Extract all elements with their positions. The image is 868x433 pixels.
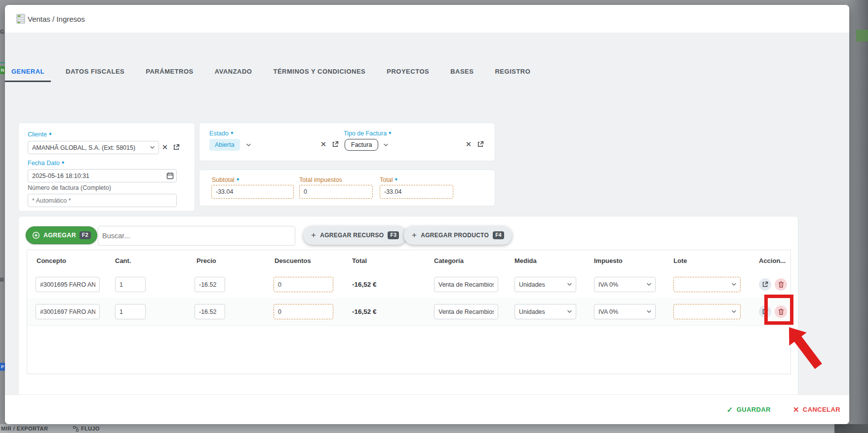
chevron-down-icon — [567, 310, 572, 313]
background-badge-p: P — [0, 363, 5, 371]
tab-bases[interactable]: BASES — [444, 60, 480, 82]
background-letter: R — [0, 277, 4, 283]
tab-proyectos[interactable]: PROYECTOS — [380, 60, 435, 82]
col-medida: Medida — [514, 250, 537, 271]
cliente-clear-icon[interactable]: ✕ — [160, 143, 169, 152]
background-dashed-line — [0, 62, 5, 63]
tab-avanzado[interactable]: AVANZADO — [208, 60, 259, 82]
trash-icon — [778, 281, 784, 288]
agregar-producto-button[interactable]: + AGREGAR PRODUCTO F4 — [404, 226, 512, 245]
fecha-dato-input[interactable] — [28, 169, 177, 182]
card-cliente: Cliente• AMANHÃ GLOBAL, S.A. (Ext: 58015… — [18, 123, 195, 212]
row-delete-button[interactable] — [775, 278, 787, 291]
precio-input[interactable] — [195, 304, 225, 319]
background-page-left-edge: G N R P — [0, 0, 5, 433]
modal-body: GENERAL DATOS FISCALES PARÁMETROS AVANZA… — [5, 33, 849, 394]
impuesto-value: IVA 0% — [598, 308, 618, 315]
impuesto-select[interactable]: IVA 0% — [594, 304, 656, 319]
tipo-factura-open-icon[interactable] — [476, 140, 485, 149]
agregar-key-badge: F2 — [79, 231, 91, 239]
cancelar-button[interactable]: ✕ CANCELAR — [793, 405, 840, 414]
tab-terminos-y-condiciones[interactable]: TÉRMINOS Y CONDICIONES — [267, 60, 372, 82]
col-lote: Lote — [673, 250, 687, 271]
medida-value: Unidades — [519, 281, 545, 288]
tab-registro[interactable]: REGISTRO — [488, 60, 537, 82]
medida-select[interactable]: Unidades — [514, 277, 576, 292]
cliente-value: AMANHÃ GLOBAL, S.A. (Ext: 58015) — [32, 144, 135, 151]
total-cell: -16,52 € — [352, 271, 377, 298]
external-link-icon — [332, 141, 339, 148]
medida-select[interactable]: Unidades — [514, 304, 576, 319]
plus-icon: + — [311, 230, 316, 240]
buscar-input[interactable] — [98, 226, 295, 246]
tipo-factura-clear-icon[interactable]: ✕ — [464, 140, 473, 149]
subtotal-label: Subtotal• — [212, 175, 239, 184]
estado-value: Abierta — [209, 139, 240, 151]
chevron-down-icon — [150, 146, 155, 149]
external-link-icon — [477, 141, 484, 148]
tipo-factura-label: Tipo de Factura• — [344, 129, 392, 137]
card-estado-tipo: Estado• Abierta ✕ Tipo de Factura• Factu… — [199, 123, 495, 161]
agregar-label: AGREGAR — [43, 232, 76, 239]
impuesto-value: IVA 0% — [598, 281, 618, 288]
numero-factura-label: Número de factura (Completo) — [28, 184, 111, 191]
lote-select[interactable] — [673, 277, 741, 292]
flow-icon — [73, 426, 79, 432]
descuentos-input[interactable] — [274, 277, 333, 292]
calendar-icon[interactable] — [165, 171, 174, 180]
categoria-input[interactable] — [434, 277, 498, 292]
ventas-ingresos-modal: Ventas / Ingresos GENERAL DATOS FISCALES… — [5, 5, 849, 424]
impuesto-select[interactable]: IVA 0% — [594, 277, 656, 292]
col-impuesto: Impuesto — [594, 250, 623, 271]
tab-datos-fiscales[interactable]: DATOS FISCALES — [59, 60, 131, 82]
estado-clear-icon[interactable]: ✕ — [319, 140, 328, 149]
col-cant: Cant. — [115, 250, 131, 271]
agregar-recurso-button[interactable]: + AGREGAR RECURSO F3 — [303, 226, 407, 245]
fecha-dato-label: Fecha Dato• — [28, 158, 64, 167]
card-totales: Subtotal• Total impuestos Total• — [199, 170, 495, 206]
subtotal-field — [211, 185, 294, 199]
external-link-icon — [762, 308, 768, 315]
agregar-button[interactable]: AGREGAR F2 — [26, 226, 97, 244]
precio-input[interactable] — [195, 277, 225, 292]
total-field — [380, 185, 453, 199]
row-open-button[interactable] — [759, 305, 771, 318]
concepto-input[interactable] — [36, 277, 100, 292]
cant-input[interactable] — [115, 277, 146, 292]
estado-select[interactable]: Abierta — [209, 139, 251, 151]
total-label: Total• — [380, 175, 397, 184]
chevron-down-icon — [647, 283, 651, 286]
chevron-down-icon — [732, 310, 736, 313]
cliente-open-icon[interactable] — [172, 143, 181, 152]
table-row: -16,52 € Unidades IVA 0% — [27, 298, 790, 326]
row-delete-button-highlighted[interactable] — [775, 305, 787, 318]
required-dot: • — [237, 175, 239, 183]
cant-input[interactable] — [115, 304, 146, 319]
required-dot: • — [395, 175, 397, 183]
chevron-down-icon — [567, 283, 572, 286]
total-cell: -16,52 € — [352, 298, 377, 325]
background-fragment-green — [856, 30, 868, 42]
col-categoria: Categoría — [434, 250, 464, 271]
cliente-select[interactable]: AMANHÃ GLOBAL, S.A. (Ext: 58015) — [28, 141, 159, 154]
required-dot: • — [389, 129, 392, 137]
descuentos-input[interactable] — [274, 304, 333, 319]
tipo-factura-select[interactable]: Factura — [345, 139, 388, 151]
guardar-button[interactable]: ✓ GUARDAR — [727, 405, 771, 414]
tab-general[interactable]: GENERAL — [5, 60, 51, 82]
trash-icon — [778, 308, 784, 315]
concepto-input[interactable] — [36, 304, 100, 319]
lote-select[interactable] — [673, 304, 741, 319]
row-open-button[interactable] — [759, 278, 771, 291]
tab-parametros[interactable]: PARÁMETROS — [139, 60, 199, 82]
modal-header: Ventas / Ingresos — [5, 5, 849, 33]
required-dot: • — [62, 158, 65, 167]
cancelar-label: CANCELAR — [803, 406, 840, 413]
estado-open-icon[interactable] — [331, 140, 340, 149]
page-title: Ventas / Ingresos — [28, 5, 85, 33]
numero-factura-input[interactable] — [28, 194, 177, 207]
invoice-icon — [16, 13, 26, 24]
categoria-input[interactable] — [434, 304, 498, 319]
total-impuestos-label: Total impuestos — [299, 175, 342, 184]
check-icon: ✓ — [727, 405, 733, 414]
